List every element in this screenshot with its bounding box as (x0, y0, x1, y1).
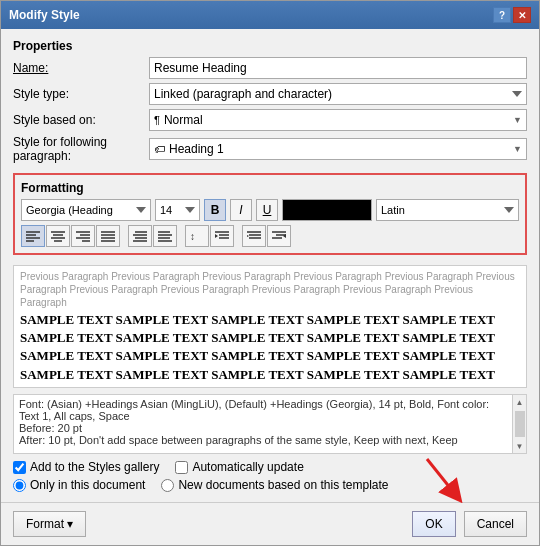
language-select[interactable]: Latin (376, 199, 519, 221)
add-to-gallery-label: Add to the Styles gallery (30, 460, 159, 474)
alignment-row: ↕ (21, 225, 519, 247)
add-to-gallery-checkbox[interactable] (13, 461, 26, 474)
description-scrollbar[interactable]: ▲ ▼ (512, 395, 526, 453)
style-following-label: Style for following paragraph: (13, 135, 143, 163)
align-right-button[interactable] (71, 225, 95, 247)
size-select[interactable]: 14 (155, 199, 200, 221)
style-type-row: Style type: Linked (paragraph and charac… (13, 83, 527, 105)
formatting-row1: Georgia (Heading 14 B I U Latin (21, 199, 519, 221)
font-select[interactable]: Georgia (Heading (21, 199, 151, 221)
title-bar: Modify Style ? ✕ (1, 1, 539, 29)
align-center-button[interactable] (46, 225, 70, 247)
dialog-title: Modify Style (9, 8, 80, 22)
cancel-button[interactable]: Cancel (464, 511, 527, 537)
add-to-gallery-item[interactable]: Add to the Styles gallery (13, 460, 159, 474)
svg-marker-28 (215, 234, 218, 238)
modify-style-dialog: Modify Style ? ✕ Properties Name: Style … (0, 0, 540, 546)
close-button[interactable]: ✕ (513, 7, 531, 23)
ok-button[interactable]: OK (412, 511, 455, 537)
bold-button[interactable]: B (204, 199, 226, 221)
dialog-footer: Format ▾ OK Cancel (1, 502, 539, 545)
chevron-down-icon: ▼ (513, 115, 522, 125)
title-bar-buttons: ? ✕ (493, 7, 531, 23)
properties-label: Properties (13, 39, 527, 53)
scroll-down-arrow[interactable]: ▼ (513, 439, 527, 453)
italic-button[interactable]: I (230, 199, 252, 221)
align-justify-button[interactable] (96, 225, 120, 247)
radio-row: Only in this document New documents base… (13, 478, 527, 492)
align-left-button[interactable] (21, 225, 45, 247)
properties-section: Properties Name: Style type: Linked (par… (13, 39, 527, 167)
preview-following: Following Paragraph Following Paragraph … (20, 386, 520, 388)
dialog-content: Properties Name: Style type: Linked (par… (1, 29, 539, 502)
line-spacing-button[interactable]: ↕ (185, 225, 209, 247)
only-this-doc-radio[interactable] (13, 479, 26, 492)
name-input[interactable] (149, 57, 527, 79)
description-area: Font: (Asian) +Headings Asian (MingLiU),… (13, 394, 527, 454)
increase-indent-button[interactable] (210, 225, 234, 247)
style-based-select[interactable]: ¶ Normal ▼ (149, 109, 527, 131)
scroll-thumb[interactable] (515, 411, 525, 437)
new-docs-label: New documents based on this template (178, 478, 388, 492)
svg-text:↕: ↕ (190, 231, 195, 242)
style-based-row: Style based on: ¶ Normal ▼ (13, 109, 527, 131)
font-color-select[interactable] (282, 199, 372, 221)
tag-icon: 🏷 (154, 143, 165, 155)
bottom-options: Add to the Styles gallery Automatically … (13, 460, 527, 492)
formatting-section: Formatting Georgia (Heading 14 B I U Lat… (13, 173, 527, 255)
format-button[interactable]: Format ▾ (13, 511, 86, 537)
checkbox-row: Add to the Styles gallery Automatically … (13, 460, 527, 474)
style-following-row: Style for following paragraph: 🏷 Heading… (13, 135, 527, 163)
auto-update-checkbox[interactable] (175, 461, 188, 474)
name-row: Name: (13, 57, 527, 79)
style-following-select[interactable]: 🏷 Heading 1 ▼ (149, 138, 527, 160)
preview-previous: Previous Paragraph Previous Paragraph Pr… (20, 270, 520, 309)
underline-button[interactable]: U (256, 199, 278, 221)
style-type-label: Style type: (13, 87, 143, 101)
new-docs-radio[interactable] (161, 479, 174, 492)
name-label: Name: (13, 61, 143, 75)
format-label: Format ▾ (26, 517, 73, 531)
style-following-value: Heading 1 (169, 142, 224, 156)
preview-sample: SAMPLE TEXT SAMPLE TEXT SAMPLE TEXT SAMP… (20, 311, 520, 384)
chevron-down-icon2: ▼ (513, 144, 522, 154)
style-based-value: Normal (164, 113, 203, 127)
auto-update-item[interactable]: Automatically update (175, 460, 303, 474)
style-type-select[interactable]: Linked (paragraph and character) (149, 83, 527, 105)
auto-update-label: Automatically update (192, 460, 303, 474)
only-this-doc-item[interactable]: Only in this document (13, 478, 145, 492)
align-left2-button[interactable] (128, 225, 152, 247)
indent-right-button[interactable] (267, 225, 291, 247)
formatting-label: Formatting (21, 181, 519, 195)
preview-area: Previous Paragraph Previous Paragraph Pr… (13, 265, 527, 388)
para-icon: ¶ (154, 114, 160, 126)
help-button[interactable]: ? (493, 7, 511, 23)
new-docs-item[interactable]: New documents based on this template (161, 478, 388, 492)
decrease-indent2-button[interactable] (242, 225, 266, 247)
description-text: Font: (Asian) +Headings Asian (MingLiU),… (19, 398, 505, 446)
align-right2-button[interactable] (153, 225, 177, 247)
footer-right: OK Cancel (412, 511, 527, 537)
only-this-doc-label: Only in this document (30, 478, 145, 492)
scroll-up-arrow[interactable]: ▲ (513, 395, 527, 409)
style-based-label: Style based on: (13, 113, 143, 127)
svg-marker-32 (247, 235, 249, 237)
